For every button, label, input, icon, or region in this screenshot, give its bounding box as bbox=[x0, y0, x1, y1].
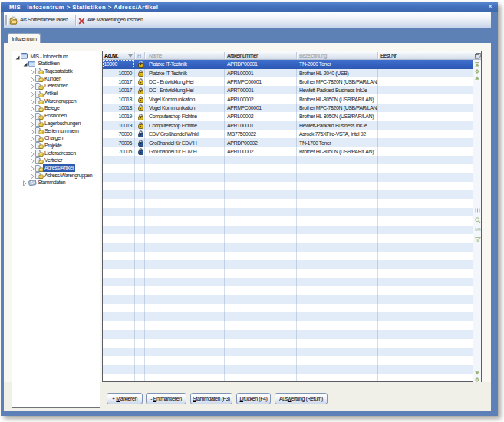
svg-text:M4: M4 bbox=[475, 227, 481, 232]
